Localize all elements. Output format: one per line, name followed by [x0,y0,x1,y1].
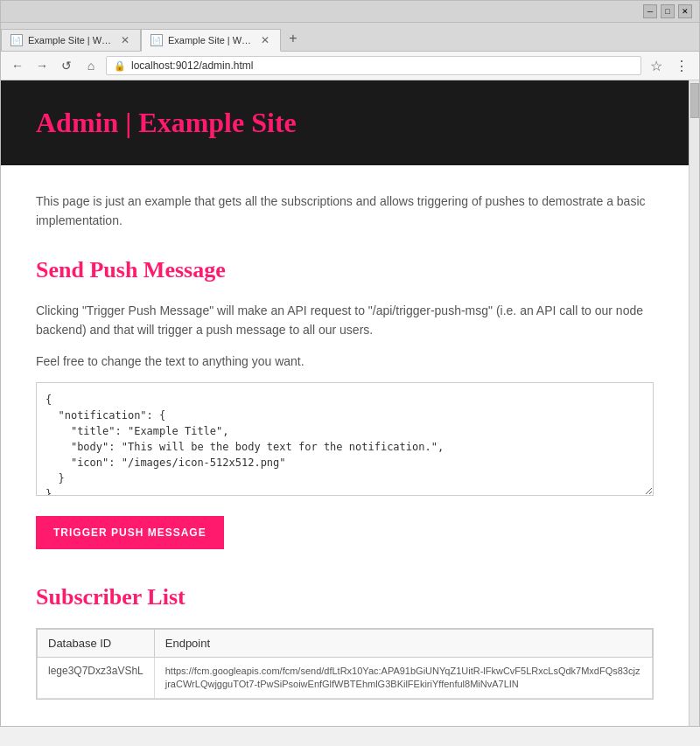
title-bar-buttons: ─ □ ✕ [643,4,692,18]
address-bar: ← → ↺ ⌂ 🔒 localhost:9012/admin.html ☆ ⋮ [1,52,699,80]
intro-text: This page is just an example that gets a… [36,192,654,231]
new-tab-button[interactable]: + [281,26,305,51]
table-cell-db-id: lege3Q7Dxz3aVShL [38,657,155,699]
send-push-message-title: Send Push Message [36,257,654,283]
table-cell-endpoint: https://fcm.googleapis.com/fcm/send/dfLt… [154,657,652,699]
subscriber-table: Database ID Endpoint lege3Q7Dxz3aVShL ht… [37,629,653,700]
subscriber-list-title: Subscriber List [36,584,654,610]
tab-2-icon: 📄 [150,34,163,46]
page-body: This page is just an example that gets a… [1,165,689,726]
tab-2[interactable]: 📄 Example Site | Web P... ✕ [141,29,281,52]
tab-1-title: Example Site | Web P... [28,35,114,45]
close-button[interactable]: ✕ [678,4,692,18]
table-header-row: Database ID Endpoint [38,629,653,657]
forward-button[interactable]: → [32,56,52,75]
maximize-button[interactable]: □ [661,4,675,18]
page-title: Admin | Example Site [36,107,654,139]
table-row: lege3Q7Dxz3aVShL https://fcm.googleapis.… [38,657,653,699]
send-push-desc1: Clicking "Trigger Push Message" will mak… [36,301,654,340]
col-header-endpoint: Endpoint [154,629,652,657]
push-message-textarea[interactable] [36,382,654,496]
minimize-button[interactable]: ─ [643,4,657,18]
page-content: Admin | Example Site This page is just a… [1,80,689,726]
home-button[interactable]: ⌂ [81,56,101,75]
reload-button[interactable]: ↺ [57,56,76,75]
tab-bar: 📄 Example Site | Web P... ✕ 📄 Example Si… [1,23,699,52]
title-bar: ─ □ ✕ [1,1,699,23]
bookmark-star-icon[interactable]: ☆ [647,58,666,74]
col-header-db-id: Database ID [38,629,155,657]
free-change-text: Feel free to change the text to anything… [36,354,654,368]
tab-1-icon: 📄 [10,34,23,46]
url-text: localhost:9012/admin.html [131,59,253,72]
tab-1[interactable]: 📄 Example Site | Web P... ✕ [1,29,141,51]
back-button[interactable]: ← [8,56,27,75]
site-header: Admin | Example Site [1,80,689,165]
url-lock-icon: 🔒 [114,60,126,72]
subscriber-section: Subscriber List Database ID Endpoint [36,584,654,701]
scrollbar[interactable] [689,80,699,726]
scrollbar-thumb[interactable] [690,83,699,118]
browser-content-wrapper: Admin | Example Site This page is just a… [1,80,699,726]
browser-window: ─ □ ✕ 📄 Example Site | Web P... ✕ 📄 Exam… [0,0,700,727]
subscriber-table-container: Database ID Endpoint lege3Q7Dxz3aVShL ht… [36,628,654,701]
tab-2-close[interactable]: ✕ [259,34,271,46]
tab-1-close[interactable]: ✕ [119,34,131,46]
url-bar[interactable]: 🔒 localhost:9012/admin.html [106,56,641,75]
browser-menu-icon[interactable]: ⋮ [671,58,692,74]
tab-2-title: Example Site | Web P... [168,35,254,45]
trigger-push-message-button[interactable]: TRIGGER PUSH MESSAGE [36,516,224,549]
